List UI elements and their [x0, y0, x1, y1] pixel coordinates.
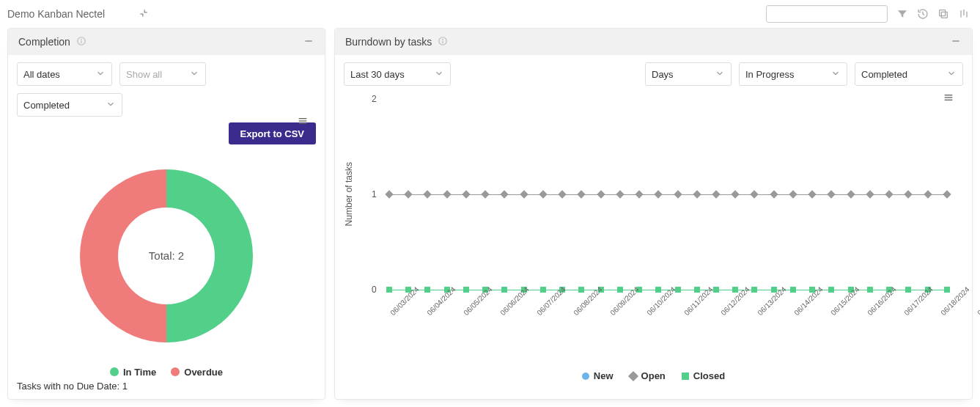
select-status[interactable]: Completed: [17, 93, 122, 117]
chevron-down-icon: [946, 68, 957, 81]
search-input[interactable]: [766, 5, 888, 23]
marker-closed: [386, 287, 392, 293]
legend-intime: In Time: [110, 367, 156, 378]
topbar-actions: [766, 5, 970, 23]
marker-open: [924, 190, 932, 198]
marker-closed: [501, 287, 507, 293]
select-unit[interactable]: Days: [645, 62, 732, 86]
info-icon[interactable]: [76, 36, 86, 48]
marker-closed: [694, 287, 700, 293]
marker-closed: [424, 287, 430, 293]
marker-open: [443, 190, 451, 198]
marker-open: [693, 190, 701, 198]
content-area: Completion All dates Show all: [0, 28, 980, 407]
ytick-2: 2: [372, 94, 377, 104]
chevron-down-icon: [106, 99, 116, 111]
svg-rect-2: [941, 12, 947, 18]
x-tick: 06/19/2024: [976, 285, 980, 317]
marker-open: [808, 190, 816, 198]
filter-icon[interactable]: [896, 8, 908, 20]
marker-open: [847, 190, 855, 198]
burndown-panel: Burndown by tasks Last 30 days Day: [334, 28, 973, 400]
marker-open: [405, 190, 413, 198]
burndown-chart: [386, 99, 950, 290]
x-axis-labels: 06/03/202406/04/202406/05/202406/06/2024…: [386, 297, 950, 305]
marker-open: [789, 190, 797, 198]
completion-body: All dates Show all Completed Export to C…: [8, 55, 325, 399]
export-label: Export to CSV: [240, 128, 304, 139]
app-shell: Demo Kanban Nectel: [0, 0, 980, 407]
ytick-0: 0: [372, 285, 377, 295]
no-due-date-note: Tasks with no Due Date: 1: [17, 381, 316, 392]
select-show[interactable]: Show all: [119, 62, 206, 86]
chevron-down-icon: [434, 68, 444, 81]
markers-open: [386, 191, 950, 197]
info-icon[interactable]: [438, 36, 448, 48]
burndown-header: Burndown by tasks: [335, 29, 972, 55]
legend-overdue: Overdue: [171, 367, 223, 378]
legend-closed: Closed: [682, 370, 725, 381]
right-select-group: Days In Progress Completed: [645, 62, 963, 86]
select-show-label: Show all: [126, 69, 162, 80]
marker-open: [424, 190, 432, 198]
marker-open: [905, 190, 913, 198]
select-completed[interactable]: Completed: [855, 62, 963, 86]
top-bar: Demo Kanban Nectel: [0, 0, 980, 28]
marker-open: [866, 190, 874, 198]
marker-closed: [655, 287, 661, 293]
marker-open: [520, 190, 528, 198]
marker-open: [539, 190, 547, 198]
search-field[interactable]: [775, 8, 902, 21]
marker-closed: [828, 287, 834, 293]
collapse-icon[interactable]: [139, 8, 149, 21]
history-icon[interactable]: [917, 8, 929, 20]
marker-closed: [867, 287, 873, 293]
marker-open: [770, 190, 778, 198]
dot-new-icon: [582, 373, 589, 380]
marker-open: [578, 190, 586, 198]
copy-icon[interactable]: [937, 8, 949, 20]
marker-open: [597, 190, 605, 198]
select-dates[interactable]: All dates: [17, 62, 112, 86]
select-unit-label: Days: [652, 69, 674, 80]
svg-rect-3: [940, 10, 946, 16]
marker-closed: [617, 287, 623, 293]
select-range-label: Last 30 days: [350, 69, 405, 80]
dot-closed-icon: [682, 373, 689, 380]
marker-closed: [463, 287, 469, 293]
completion-filters: All dates Show all Completed: [17, 62, 316, 117]
marker-closed: [751, 287, 757, 293]
burndown-body: Last 30 days Days In Progress: [335, 55, 972, 399]
completion-title: Completion: [18, 36, 70, 48]
settings-icon[interactable]: [958, 8, 970, 20]
chevron-down-icon: [830, 68, 841, 81]
minimize-icon[interactable]: [950, 35, 962, 49]
select-completed-label: Completed: [861, 69, 907, 80]
marker-open: [712, 190, 720, 198]
marker-open: [885, 190, 893, 198]
marker-open: [732, 190, 740, 198]
svg-point-9: [81, 39, 82, 40]
select-range[interactable]: Last 30 days: [344, 62, 451, 86]
select-status-label: Completed: [23, 100, 70, 111]
marker-closed: [790, 287, 796, 293]
completion-legend: In Time Overdue: [17, 367, 316, 378]
marker-open: [674, 190, 682, 198]
burndown-filters: Last 30 days Days In Progress: [344, 62, 963, 86]
marker-open: [482, 190, 490, 198]
dot-intime-icon: [110, 367, 119, 376]
marker-open: [751, 190, 759, 198]
marker-open: [462, 190, 470, 198]
marker-open: [501, 190, 509, 198]
marker-closed: [713, 287, 719, 293]
minimize-icon[interactable]: [303, 35, 314, 49]
chart-menu-icon[interactable]: [297, 115, 309, 129]
burndown-legend: New Open Closed: [344, 370, 963, 381]
dot-open-icon: [628, 371, 638, 381]
marker-closed: [540, 287, 546, 293]
marker-open: [828, 190, 836, 198]
ytick-1: 1: [372, 189, 377, 199]
select-progress[interactable]: In Progress: [739, 62, 847, 86]
donut: Total: 2: [80, 169, 253, 342]
marker-open: [385, 190, 393, 198]
